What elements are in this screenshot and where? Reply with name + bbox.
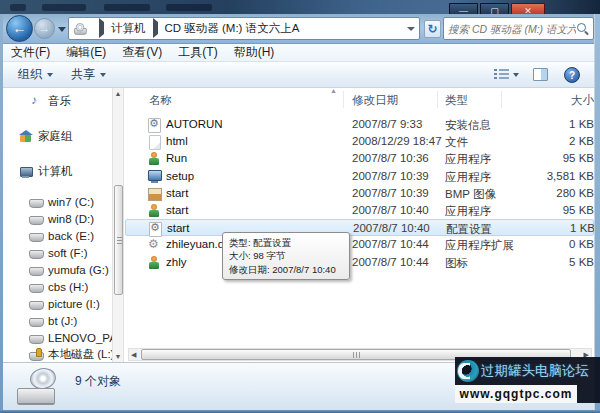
file-row[interactable]: start2007/8/7 10:39BMP 图像280 KB [125,185,594,202]
drive-icon [29,280,43,294]
title-text-artifact [104,4,150,11]
sidebar-item[interactable]: 家庭组 [3,128,112,145]
file-name: Run [166,152,187,164]
sidebar-scrollbar[interactable]: ▲ ▼ [112,88,124,362]
drive-icon [29,263,43,277]
app-file-icon [147,256,161,269]
search-input[interactable] [448,23,576,35]
scroll-down-icon[interactable]: ▼ [114,353,122,360]
breadcrumb-item[interactable]: CD 驱动器 (M:) 语文六上A [165,22,300,34]
sidebar-item[interactable]: yumufa (G:) [3,261,112,278]
file-row[interactable]: Run2007/8/7 10:36应用程序95 KB [125,150,594,167]
menu-item[interactable]: 查看(V) [114,44,170,61]
organize-button[interactable]: 组织 [9,63,62,86]
sidebar-item[interactable]: cbs (H:) [3,278,112,295]
menu-item[interactable]: 编辑(E) [58,44,114,61]
sidebar-item[interactable]: bt (J:) [3,312,112,329]
change-view-icon[interactable] [494,69,509,80]
scroll-up-icon[interactable]: ▲ [114,90,122,97]
file-file-icon [147,135,161,148]
file-row[interactable]: zhly2007/8/7 10:44图标5 KB [125,254,594,271]
address-bar[interactable]: 计算机CD 驱动器 (M:) 语文六上A [68,17,420,40]
column-header-date[interactable]: 修改日期 [352,93,398,108]
menu-item[interactable]: 工具(T) [170,44,225,61]
scrollbar-thumb[interactable] [114,185,123,295]
homegroup-icon [19,130,33,144]
file-row[interactable]: AUTORUN2007/8/7 9:33安装信息1 KB [125,116,594,133]
menu-item[interactable]: 文件(F) [3,44,58,61]
sidebar-item[interactable]: win8 (D:) [3,210,112,227]
file-date: 2007/8/7 10:39 [352,170,429,182]
navigation-bar: ← → 计算机CD 驱动器 (M:) 语文六上A [0,14,600,44]
sidebar-item-label: picture (I:) [48,298,100,310]
title-text-artifact [166,4,212,11]
column-header-type[interactable]: 类型 [445,93,468,108]
sidebar-item-label: 计算机 [38,164,73,179]
help-icon[interactable] [564,67,580,83]
file-list: ▲ 名称 修改日期 类型 大小 AUTORUN2007/8/7 9:33安装信息… [125,88,594,362]
sidebar-item-label: soft (F:) [48,247,88,259]
file-info-tooltip: 类型: 配置设置 大小: 98 字节 修改日期: 2007/8/7 10:40 [222,232,350,280]
forward-button[interactable]: → [34,18,55,39]
sidebar-item[interactable]: picture (I:) [3,295,112,312]
share-button[interactable]: 共享 [62,63,115,86]
column-divider[interactable] [501,91,502,108]
file-date: 2007/8/7 9:33 [352,118,422,130]
breadcrumb: 计算机CD 驱动器 (M:) 语文六上A [92,21,299,36]
sidebar-item-label: cbs (H:) [48,281,88,293]
window-border [594,14,600,413]
breadcrumb-item[interactable]: 计算机 [111,22,146,34]
file-date: 2007/8/7 10:40 [353,222,430,234]
file-row[interactable]: start2007/8/7 10:40配置设置1 KB [125,219,594,236]
sidebar-item-label: 本地磁盘 (L:) [48,347,112,362]
views-caret-icon[interactable] [513,73,519,77]
file-size: 95 KB [509,152,594,164]
file-size: 280 KB [509,187,594,199]
chevron-down-icon [100,73,106,77]
sort-ascending-icon: ▲ [330,88,337,94]
file-date: 2007/8/7 10:39 [352,187,429,199]
forum-watermark: 过期罐头电脑论坛 www.gqgtpc.com [455,357,600,403]
drive-icon [29,195,43,209]
sidebar-item[interactable]: 音乐 [3,93,112,110]
sidebar-item[interactable]: back (E:) [3,227,112,244]
file-name: setup [166,170,194,182]
preview-pane-icon[interactable] [533,68,548,81]
back-button[interactable]: ← [6,15,33,42]
sidebar-item[interactable]: soft (F:) [3,244,112,261]
sidebar-item[interactable]: LENOVO_PART ( [3,329,112,346]
file-name: zhly [166,256,186,268]
sidebar-item-label: 音乐 [48,94,71,109]
file-row[interactable]: html2008/12/29 18:47文件2 KB [125,133,594,150]
column-header-size[interactable]: 大小 [509,93,594,108]
file-size: 1 KB [510,222,594,234]
sidebar-item[interactable]: 计算机 [3,163,112,180]
menu-item[interactable]: 帮助(H) [226,44,283,61]
drive-icon [29,246,43,260]
refresh-button[interactable] [424,20,441,38]
music-icon [29,95,43,109]
column-divider[interactable] [437,91,438,108]
column-headers: ▲ 名称 修改日期 类型 大小 [125,88,594,112]
sidebar-item-label: yumufa (G:) [48,264,109,276]
column-header-name[interactable]: 名称 [149,93,172,108]
drive-icon [29,297,43,311]
sidebar-item[interactable]: 本地磁盘 (L:) [3,346,112,362]
file-row[interactable]: zhileyuan.dll2007/8/7 10:44应用程序扩展0 KB [125,236,594,253]
file-name: start [166,204,188,216]
file-row[interactable]: setup2007/8/7 10:39应用程序3,581 KB [125,168,594,185]
column-divider[interactable] [343,91,344,108]
sidebar-item-label: 家庭组 [38,129,73,144]
address-dropdown-caret-icon[interactable] [407,27,415,31]
file-row[interactable]: start2007/8/7 10:40应用程序95 KB [125,202,594,219]
sidebar-item-label: win7 (C:) [48,196,94,208]
sidebar-item[interactable]: win7 (C:) [3,193,112,210]
dll-file-icon [147,238,161,251]
recent-pages-caret-icon[interactable] [58,27,66,32]
sidebar-item-label: bt (J:) [48,315,77,327]
file-type: BMP 图像 [445,187,496,202]
file-type: 安装信息 [445,118,491,133]
watermark-title: 过期罐头电脑论坛 [481,362,589,380]
file-size: 0 KB [509,238,594,250]
scroll-left-icon[interactable]: ◀ [131,350,136,360]
